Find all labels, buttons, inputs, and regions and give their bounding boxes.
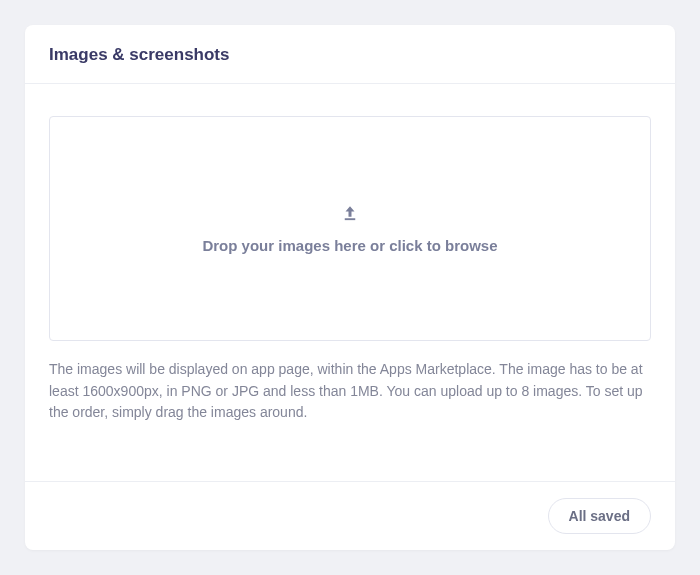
save-status-button[interactable]: All saved [548, 498, 651, 534]
images-screenshots-card: Images & screenshots Drop your images he… [25, 25, 675, 550]
image-dropzone[interactable]: Drop your images here or click to browse [49, 116, 651, 341]
svg-rect-0 [345, 218, 356, 220]
card-footer: All saved [25, 481, 675, 550]
upload-icon [340, 203, 360, 223]
card-title: Images & screenshots [49, 45, 651, 65]
help-text: The images will be displayed on app page… [49, 359, 651, 424]
dropzone-text: Drop your images here or click to browse [202, 237, 497, 254]
card-body: Drop your images here or click to browse… [25, 84, 675, 481]
card-header: Images & screenshots [25, 25, 675, 84]
